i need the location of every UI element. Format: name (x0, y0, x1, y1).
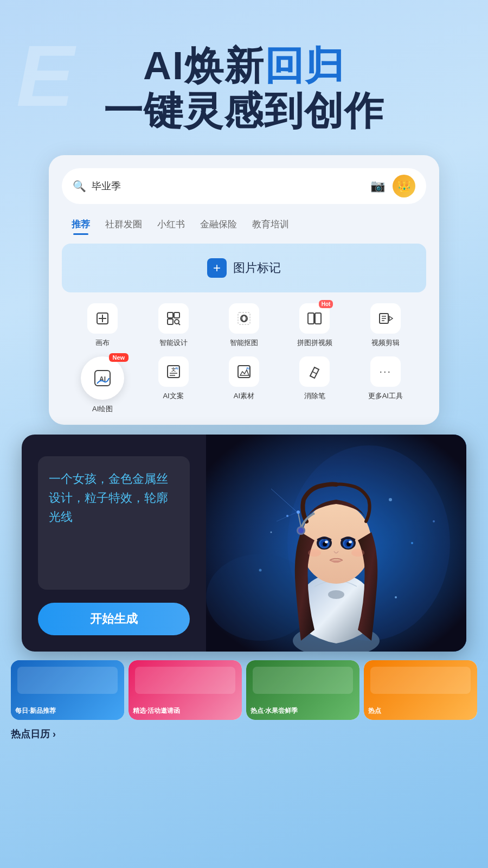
ai-drawing-circle: AI New (81, 356, 124, 400)
ai-material-label: AI素材 (234, 391, 254, 401)
svg-line-27 (312, 372, 317, 374)
hot-date-section: 热点日历 › (0, 720, 488, 741)
ai-text-icon-wrap: 文 AI (158, 356, 189, 387)
thumb-daily-new[interactable]: 每日·新品推荐 (11, 660, 124, 720)
svg-point-48 (349, 540, 352, 543)
tool-video-edit[interactable]: 视频剪辑 (350, 303, 421, 348)
tab-bar: 推荐 社群发圈 小红书 金融保险 教育培训 (62, 215, 426, 234)
prompt-text-box[interactable]: 一个女孩，金色金属丝设计，粒子特效，轮廓光线 (38, 456, 190, 590)
thumb2-label: 精选·活动邀请函 (133, 707, 180, 716)
camera-icon[interactable]: 📷 (370, 179, 385, 193)
video-edit-icon-wrap (370, 303, 401, 334)
svg-rect-4 (174, 312, 179, 318)
image-panel (206, 435, 466, 652)
ai-text-label: AI文案 (163, 391, 183, 401)
hot-badge: Hot (319, 300, 333, 308)
collage-video-label: 拼图拼视频 (297, 338, 332, 348)
svg-point-50 (351, 549, 364, 557)
svg-point-32 (328, 590, 344, 599)
thumbnails-row: 每日·新品推荐 精选·活动邀请函 热点·水果尝鲜季 热点 (0, 652, 488, 720)
generate-label: 开始生成 (90, 611, 138, 627)
thumb1-label: 每日·新品推荐 (15, 707, 56, 716)
svg-point-53 (411, 542, 413, 544)
tool-canvas[interactable]: 画布 (67, 303, 138, 348)
bg-decoration: E (16, 33, 74, 119)
thumb4-label: 热点 (368, 707, 381, 716)
canvas-label: 画布 (95, 338, 110, 348)
hero-section: E AI焕新回归 一键灵感到创作 (0, 0, 488, 155)
svg-text:AI: AI (246, 367, 249, 370)
svg-line-7 (178, 323, 180, 325)
smart-cutout-icon-wrap (229, 303, 259, 334)
tool-more-ai[interactable]: ··· 更多AI工具 (350, 356, 421, 414)
tools-row1: 画布 智能设计 智能抠图 (62, 303, 426, 348)
video-edit-label: 视频剪辑 (371, 338, 400, 348)
svg-point-56 (271, 531, 272, 533)
svg-rect-10 (308, 313, 314, 324)
smart-cutout-label: 智能抠图 (230, 338, 258, 348)
tool-ai-text[interactable]: 文 AI AI文案 (138, 356, 208, 414)
image-mark-label: 图片标记 (233, 260, 281, 276)
eraser-label: 消除笔 (304, 391, 325, 401)
tool-smart-design[interactable]: 智能设计 (138, 303, 208, 348)
eraser-icon-wrap (299, 356, 330, 387)
svg-rect-5 (168, 319, 173, 324)
crown-button[interactable]: 👑 (393, 175, 415, 197)
svg-rect-3 (168, 312, 173, 318)
ai-material-icon-wrap: AI (229, 356, 259, 387)
thumb-fruit[interactable]: 热点·水果尝鲜季 (246, 660, 359, 720)
tab-xiaohongshu[interactable]: 小红书 (150, 215, 192, 234)
svg-point-52 (389, 498, 392, 501)
search-bar[interactable]: 🔍 毕业季 📷 👑 (62, 168, 426, 204)
app-card: 🔍 毕业季 📷 👑 推荐 社群发圈 小红书 金融保险 教育培训 + 图片标记 (49, 155, 439, 425)
svg-point-49 (308, 549, 321, 557)
more-ai-label: 更多AI工具 (368, 391, 403, 401)
prompt-text: 一个女孩，金色金属丝设计，粒子特效，轮廓光线 (49, 469, 179, 527)
ai-demo-card: 一个女孩，金色金属丝设计，粒子特效，轮廓光线 开始生成 (22, 435, 466, 652)
new-badge: New (109, 353, 129, 362)
tab-social[interactable]: 社群发圈 (98, 215, 150, 234)
svg-point-57 (433, 520, 435, 522)
thumb3-label: 热点·水果尝鲜季 (251, 707, 298, 716)
hot-date-label[interactable]: 热点日历 › (11, 729, 56, 739)
collage-icon-wrap: Hot (299, 303, 330, 334)
svg-rect-8 (238, 312, 250, 324)
more-ai-icon-wrap: ··· (370, 356, 401, 387)
smart-design-icon-wrap (158, 303, 189, 334)
svg-marker-14 (389, 316, 393, 321)
tool-ai-material[interactable]: AI AI素材 (209, 356, 279, 414)
text-panel: 一个女孩，金色金属丝设计，粒子特效，轮廓光线 开始生成 (22, 435, 206, 652)
svg-point-36 (298, 528, 304, 533)
plus-icon: + (213, 260, 221, 276)
tool-ai-drawing[interactable]: AI New AI绘图 (67, 356, 138, 414)
svg-point-54 (259, 569, 262, 571)
tool-eraser[interactable]: 消除笔 (279, 356, 350, 414)
canvas-icon-wrap (87, 303, 118, 334)
tab-recommended[interactable]: 推荐 (64, 215, 98, 234)
tools-row2: AI New AI绘图 文 AI AI文案 (62, 356, 426, 414)
ai-girl-image (206, 435, 466, 652)
svg-point-6 (175, 320, 179, 324)
svg-rect-11 (315, 313, 321, 324)
tool-smart-cutout[interactable]: 智能抠图 (209, 303, 279, 348)
thumb-hot[interactable]: 热点 (364, 660, 477, 720)
crown-icon: 👑 (397, 180, 411, 193)
generate-button[interactable]: 开始生成 (38, 603, 190, 635)
more-dots-icon: ··· (379, 365, 391, 378)
tab-finance[interactable]: 金融保险 (192, 215, 245, 234)
svg-text:AI: AI (175, 367, 178, 370)
svg-point-55 (395, 596, 397, 598)
smart-design-label: 智能设计 (159, 338, 188, 348)
tool-collage-video[interactable]: Hot 拼图拼视频 (279, 303, 350, 348)
image-mark-banner[interactable]: + 图片标记 (62, 244, 426, 292)
thumb-invitation[interactable]: 精选·活动邀请函 (129, 660, 242, 720)
search-icon: 🔍 (73, 180, 86, 193)
plus-button[interactable]: + (207, 258, 227, 278)
tab-education[interactable]: 教育培训 (245, 215, 297, 234)
svg-point-47 (325, 540, 328, 543)
ai-drawing-label: AI绘图 (92, 404, 113, 414)
search-text: 毕业季 (92, 180, 370, 193)
